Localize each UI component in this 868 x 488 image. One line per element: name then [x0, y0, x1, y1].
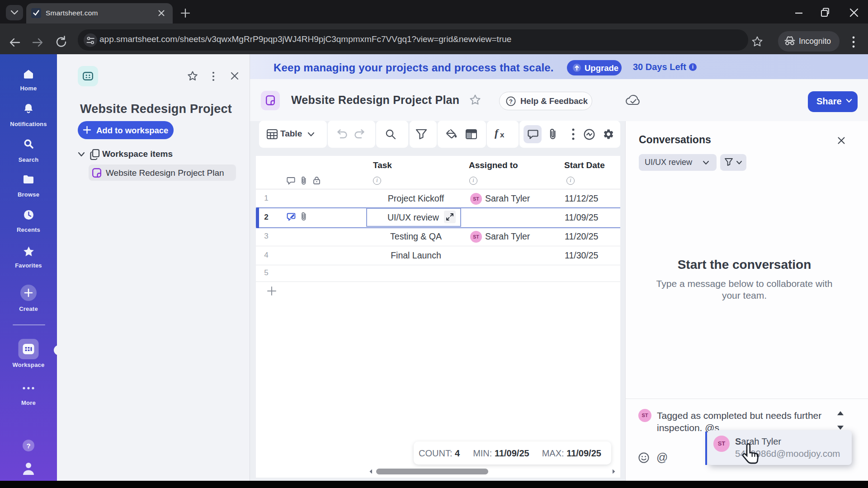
svg-text:?: ? — [509, 98, 513, 105]
svg-text:?: ? — [26, 442, 30, 450]
